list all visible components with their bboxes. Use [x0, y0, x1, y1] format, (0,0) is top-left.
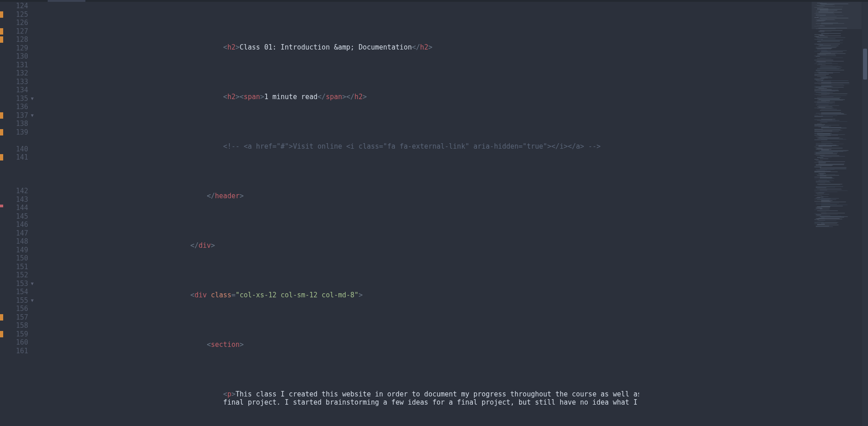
gutter-line[interactable]: 153▼	[0, 280, 28, 288]
gutter-line[interactable]: 157	[0, 313, 28, 322]
gutter-line[interactable]: 159	[0, 330, 28, 339]
gutter-wrap-spacer	[0, 162, 28, 170]
gutter-line[interactable]: 148	[0, 237, 28, 246]
code-line: </header>	[43, 192, 639, 200]
gutter-line[interactable]: 150	[0, 254, 28, 263]
gutter-wrap-spacer	[0, 179, 28, 187]
gutter-line[interactable]: 128	[0, 35, 28, 44]
gutter-line[interactable]: 161	[0, 347, 28, 356]
vertical-scrollbar[interactable]	[862, 2, 868, 426]
code-line	[43, 18, 639, 27]
code-line	[43, 266, 639, 275]
fold-toggle-icon[interactable]: ▼	[31, 280, 34, 288]
fold-toggle-icon[interactable]: ▼	[31, 296, 34, 305]
gutter-line[interactable]: 135▼	[0, 95, 28, 103]
gutter-line[interactable]: 126	[0, 19, 28, 27]
gutter-line[interactable]: 136	[0, 103, 28, 111]
gutter-line[interactable]: 132	[0, 69, 28, 78]
code-line	[43, 365, 639, 374]
minimap[interactable]	[812, 2, 862, 426]
gutter-line[interactable]: 151	[0, 263, 28, 271]
code-line	[43, 117, 639, 126]
gutter-line[interactable]: 155▼	[0, 296, 28, 305]
code-line: <h2><span>1 minute read</span></h2>	[43, 93, 639, 101]
vertical-scrollbar-thumb[interactable]	[863, 49, 867, 80]
gutter-line[interactable]: 142	[0, 187, 28, 195]
code-line: <div class="col-xs-12 col-sm-12 col-md-8…	[43, 291, 639, 300]
gutter-line[interactable]: 131	[0, 61, 28, 70]
gutter-line[interactable]: 144	[0, 204, 28, 212]
gutter-line[interactable]: 125	[0, 10, 28, 19]
gutter-line[interactable]: 154	[0, 288, 28, 296]
gutter-line[interactable]: 147	[0, 229, 28, 238]
code-line	[43, 167, 639, 175]
gutter-line[interactable]: 129	[0, 44, 28, 53]
code-line: <p>This class I created this website in …	[43, 390, 639, 407]
gutter-line[interactable]: 140	[0, 145, 28, 154]
gutter-line[interactable]: 127	[0, 27, 28, 36]
gutter-line[interactable]: 160	[0, 338, 28, 347]
gutter-line[interactable]: 130	[0, 52, 28, 61]
gutter-line[interactable]: 156	[0, 305, 28, 313]
minimap-canvas	[812, 2, 862, 426]
minimap-viewport[interactable]	[812, 2, 862, 29]
code-line: </div>	[43, 241, 639, 250]
code-line	[43, 423, 639, 426]
code-line: <section>	[43, 341, 639, 349]
code-line: <!-- <a href="#">Visit online <i class="…	[43, 142, 639, 151]
code-line	[43, 68, 639, 76]
code-line	[43, 316, 639, 324]
gutter-line[interactable]: 141	[0, 153, 28, 162]
gutter-line[interactable]: 134	[0, 86, 28, 95]
gutter-line[interactable]: 124	[0, 2, 28, 10]
gutter-line[interactable]: 139	[0, 128, 28, 137]
gutter-line[interactable]: 133	[0, 78, 28, 86]
gutter[interactable]: 124125126127128129130131132133134135▼136…	[0, 2, 35, 426]
fold-toggle-icon[interactable]: ▼	[31, 111, 34, 120]
gutter-line[interactable]: 149	[0, 246, 28, 255]
gutter-line[interactable]: 138	[0, 120, 28, 128]
code-line: <h2>Class 01: Introduction &amp; Documen…	[43, 43, 639, 52]
fold-toggle-icon[interactable]: ▼	[31, 95, 34, 103]
code-editor[interactable]: 124125126127128129130131132133134135▼136…	[0, 2, 639, 426]
gutter-wrap-spacer	[0, 170, 28, 179]
code-line	[43, 216, 639, 225]
gutter-wrap-spacer	[0, 136, 28, 145]
gutter-line[interactable]: 158	[0, 321, 28, 330]
gutter-line[interactable]: 137▼	[0, 111, 28, 120]
code-area[interactable]: <h2>Class 01: Introduction &amp; Documen…	[35, 2, 639, 426]
gutter-line[interactable]: 146	[0, 221, 28, 229]
gutter-line[interactable]: 143	[0, 195, 28, 204]
gutter-line[interactable]: 152	[0, 271, 28, 280]
gutter-line[interactable]: 145	[0, 212, 28, 221]
